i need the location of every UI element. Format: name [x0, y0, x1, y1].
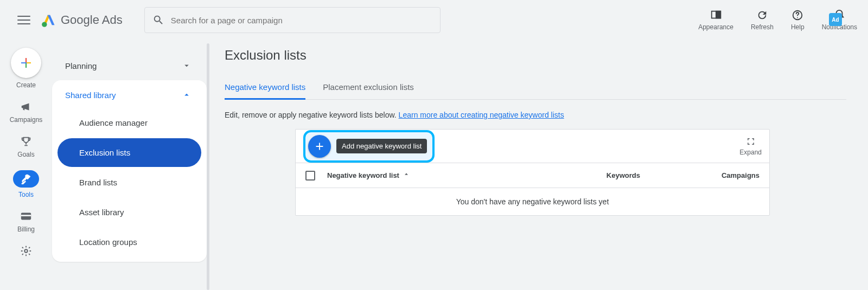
rail-billing[interactable]: Billing: [17, 210, 35, 233]
menu-button[interactable]: [17, 14, 30, 27]
tab-negative-keyword-lists[interactable]: Negative keyword lists: [225, 76, 305, 100]
svg-rect-7: [21, 215, 31, 216]
chevron-up-icon: [182, 90, 192, 100]
help-text: Edit, remove or apply negative keyword l…: [225, 111, 846, 119]
help-button[interactable]: Help: [791, 9, 805, 31]
plus-icon: [20, 56, 33, 69]
sort-asc-icon: [403, 172, 410, 179]
logo[interactable]: Google Ads: [41, 12, 123, 28]
rail-tools[interactable]: Tools: [13, 170, 39, 198]
wrench-icon: [21, 173, 31, 184]
side-nav: Planning Shared library Audience manager…: [52, 48, 207, 290]
col-keywords[interactable]: Keywords: [526, 171, 640, 179]
table: Add negative keyword list Expand Negativ…: [295, 129, 770, 216]
tab-placement-exclusion-lists[interactable]: Placement exclusion lists: [323, 76, 414, 99]
add-button-highlight: Add negative keyword list: [303, 130, 435, 163]
rail-create-label: Create: [16, 81, 36, 89]
nav-planning-label: Planning: [65, 61, 97, 70]
search-icon: [152, 14, 164, 26]
resize-handle[interactable]: [207, 43, 209, 290]
nav-shared-library[interactable]: Shared library: [52, 82, 207, 107]
add-negative-keyword-list-button[interactable]: [308, 135, 331, 158]
rail-tools-label: Tools: [18, 191, 34, 198]
help-label: Help: [791, 23, 805, 31]
chevron-down-icon: [182, 61, 192, 70]
learn-more-link[interactable]: Learn more about creating negative keywo…: [399, 111, 564, 119]
plus-icon: [314, 140, 326, 152]
expand-icon: [746, 137, 756, 146]
trophy-icon: [20, 136, 32, 147]
help-icon: [792, 9, 803, 21]
svg-rect-3: [716, 11, 720, 18]
appearance-label: Appearance: [698, 23, 733, 31]
refresh-button[interactable]: Refresh: [751, 9, 774, 31]
empty-state: You don't have any negative keyword list…: [296, 188, 769, 215]
select-all-checkbox[interactable]: [305, 171, 315, 181]
add-tooltip: Add negative keyword list: [336, 139, 427, 153]
refresh-label: Refresh: [751, 23, 774, 31]
subnav-brand-lists[interactable]: Brand lists: [58, 168, 201, 197]
appearance-button[interactable]: Appearance: [698, 9, 733, 31]
rail-create[interactable]: Create: [11, 48, 41, 89]
subnav-asset-library[interactable]: Asset library: [58, 198, 201, 227]
col-negative-keyword-list[interactable]: Negative keyword list: [327, 171, 526, 179]
tabs: Negative keyword lists Placement exclusi…: [225, 76, 846, 100]
rail-goals[interactable]: Goals: [17, 136, 34, 158]
search-input[interactable]: [171, 16, 432, 25]
google-ads-icon: [41, 12, 56, 28]
appearance-icon: [710, 9, 722, 21]
refresh-icon: [756, 9, 768, 21]
rail-campaigns[interactable]: Campaigns: [10, 101, 43, 124]
tools-pill: [13, 170, 39, 188]
rail-settings[interactable]: [20, 245, 32, 257]
col-campaigns[interactable]: Campaigns: [640, 171, 760, 179]
gear-icon: [20, 245, 32, 257]
svg-point-0: [42, 22, 47, 27]
megaphone-icon: [20, 101, 32, 113]
rail-campaigns-label: Campaigns: [10, 116, 43, 124]
create-fab[interactable]: [11, 48, 41, 78]
page-title: Exclusion lists: [225, 48, 846, 63]
expand-label: Expand: [739, 149, 762, 156]
card-icon: [20, 210, 32, 222]
table-header: Negative keyword list Keywords Campaigns: [296, 163, 769, 188]
subnav-audience-manager[interactable]: Audience manager: [58, 108, 201, 137]
svg-point-5: [797, 17, 798, 18]
svg-point-8: [24, 249, 28, 253]
subnav-exclusion-lists[interactable]: Exclusion lists: [58, 138, 201, 167]
logo-text: Google Ads: [61, 13, 123, 27]
nav-shared-library-label: Shared library: [65, 91, 116, 100]
nav-planning[interactable]: Planning: [52, 53, 207, 78]
rail-billing-label: Billing: [17, 225, 35, 233]
subnav-location-groups[interactable]: Location groups: [58, 228, 201, 256]
expand-button[interactable]: Expand: [739, 137, 762, 156]
ad-badge: Ad: [829, 13, 842, 26]
search-bar[interactable]: [144, 7, 441, 33]
rail-goals-label: Goals: [17, 151, 34, 158]
